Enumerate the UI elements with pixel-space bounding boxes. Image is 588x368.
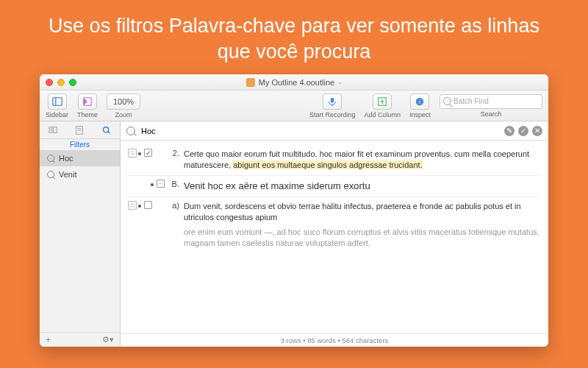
titlebar: My Outline 4.ooutline ⌵ — [40, 74, 548, 91]
filter-bar: Hoc ✎ ✓ ✕ — [121, 121, 548, 141]
outline-row[interactable]: − B. Venit hoc ex aëre et maxime siderum… — [128, 175, 539, 197]
svg-rect-3 — [331, 97, 334, 102]
expand-toggle[interactable]: − — [157, 180, 165, 188]
outline-content: ✓ 2. Certe quo maior eorum fuit multitud… — [121, 141, 548, 333]
filter-action-1[interactable]: ✎ — [504, 126, 514, 136]
doc-icon — [246, 78, 255, 87]
sidebar-button[interactable] — [48, 93, 67, 110]
sidebar-tab-2[interactable] — [66, 121, 93, 138]
row-marker: a) — [169, 201, 179, 250]
svg-text:i: i — [419, 98, 420, 105]
search-input[interactable]: Batch Find — [440, 94, 542, 109]
outline-row[interactable]: ✓ 2. Certe quo maior eorum fuit multitud… — [128, 145, 539, 175]
search-icon — [47, 171, 54, 178]
body: Filters Hoc Venit + ⚙︎▾ Hoc ✎ ✓ ✕ — [40, 121, 548, 347]
sidebar-tab-1[interactable] — [40, 121, 66, 138]
search-icon — [126, 127, 135, 135]
row-marker: 2. — [169, 149, 179, 171]
bullet-icon — [138, 152, 141, 155]
app-window: My Outline 4.ooutline ⌵ Sidebar Theme 10… — [40, 74, 548, 347]
toolbar: Sidebar Theme 100% Zoom Start Recording — [40, 91, 548, 121]
svg-rect-10 — [49, 130, 52, 132]
checkbox[interactable]: ✓ — [144, 149, 152, 157]
row-note: ore enim eum vomunt —, ad hoc suco floru… — [184, 227, 539, 250]
sidebar: Filters Hoc Venit + ⚙︎▾ — [40, 121, 121, 347]
filter-action-2[interactable]: ✓ — [518, 126, 528, 136]
svg-point-15 — [103, 127, 108, 132]
checkbox[interactable] — [144, 201, 152, 209]
svg-line-16 — [108, 131, 110, 133]
outline-row[interactable]: a) Dum venit, sordescens et obvio terrae… — [128, 197, 539, 253]
note-icon[interactable] — [128, 149, 137, 158]
filter-query[interactable]: Hoc — [141, 127, 156, 135]
search-icon — [443, 97, 451, 105]
note-icon[interactable] — [128, 201, 137, 210]
search-icon — [47, 155, 54, 162]
inspect-button[interactable]: i — [410, 93, 429, 110]
svg-rect-9 — [49, 127, 52, 129]
bullet-icon — [138, 205, 141, 208]
close-dot[interactable] — [46, 79, 53, 86]
minimize-dot[interactable] — [57, 79, 65, 86]
filter-clear[interactable]: ✕ — [532, 126, 542, 136]
start-recording-button[interactable] — [323, 93, 342, 110]
zoom-dot[interactable] — [69, 79, 76, 86]
theme-button[interactable] — [78, 93, 97, 110]
sidebar-tab-filters[interactable] — [93, 121, 120, 138]
filter-item[interactable]: Hoc — [40, 150, 120, 166]
add-filter-button[interactable]: + — [46, 335, 51, 345]
svg-rect-11 — [54, 127, 57, 132]
headline: Use os filtros Palavra-chave para ver so… — [44, 13, 544, 64]
chevron-down-icon: ⌵ — [338, 79, 342, 85]
bullet-icon — [151, 183, 154, 186]
zoom-button[interactable]: 100% — [107, 93, 140, 110]
row-marker: B. — [169, 180, 179, 193]
filter-item[interactable]: Venit — [40, 166, 120, 183]
window-title[interactable]: My Outline 4.ooutline ⌵ — [246, 78, 342, 87]
gear-icon[interactable]: ⚙︎▾ — [102, 335, 114, 344]
add-column-button[interactable] — [373, 93, 392, 110]
sidebar-section-title: Filters — [40, 141, 120, 149]
status-bar: 3 rows • 85 words • 564 characters — [121, 333, 548, 347]
svg-rect-0 — [52, 97, 61, 105]
highlight: abigunt eos multaeque singulos adgressae… — [233, 160, 422, 169]
